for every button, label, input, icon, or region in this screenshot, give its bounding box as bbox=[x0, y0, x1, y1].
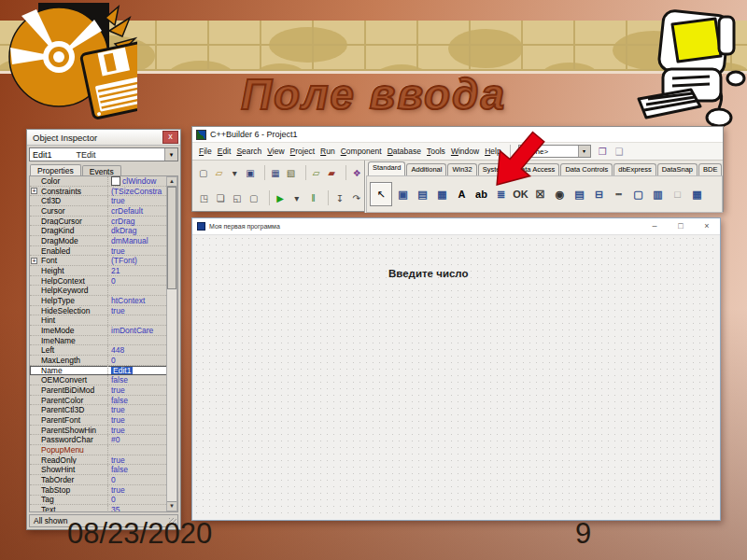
menu-view[interactable]: View bbox=[264, 147, 287, 156]
save-icon[interactable]: ▣ bbox=[243, 165, 258, 180]
maximize-button[interactable]: □ bbox=[668, 218, 694, 234]
property-row[interactable]: HideSelection true bbox=[30, 306, 177, 316]
menu-tools[interactable]: Tools bbox=[424, 147, 448, 156]
palette-tab-additional[interactable]: Additional bbox=[406, 163, 446, 175]
property-value[interactable]: imDontCare bbox=[111, 326, 153, 335]
help-contents-icon[interactable]: ❖ bbox=[349, 165, 364, 180]
expand-icon[interactable] bbox=[31, 188, 37, 194]
label-icon[interactable]: A bbox=[453, 186, 471, 203]
popup-menu-icon[interactable]: ▦ bbox=[433, 186, 451, 203]
close-button[interactable]: × bbox=[694, 218, 720, 234]
open-file-icon[interactable]: ▱ bbox=[212, 165, 227, 180]
open-package-icon[interactable]: ❏ bbox=[213, 190, 229, 205]
run-dropdown-icon[interactable]: ▾ bbox=[289, 190, 304, 205]
chevron-down-icon[interactable]: ▾ bbox=[164, 148, 177, 161]
property-value[interactable]: crDrag bbox=[111, 217, 135, 226]
property-row[interactable]: Cursor crDefault bbox=[30, 206, 177, 217]
property-value[interactable]: dkDrag bbox=[111, 226, 136, 235]
property-row[interactable]: Enabled true bbox=[30, 246, 177, 257]
property-row[interactable]: ParentCtl3D true bbox=[30, 405, 177, 415]
property-value[interactable]: true bbox=[111, 405, 125, 414]
property-row[interactable]: ReadOnly true bbox=[30, 455, 177, 466]
property-row[interactable]: Color clWindow bbox=[30, 176, 177, 187]
property-value[interactable]: true bbox=[111, 385, 125, 395]
property-row[interactable]: ParentShowHin true bbox=[30, 426, 177, 436]
property-value[interactable]: 448 bbox=[111, 345, 124, 355]
palette-tab-win32[interactable]: Win32 bbox=[447, 163, 476, 175]
property-value[interactable]: true bbox=[111, 485, 125, 495]
property-value[interactable]: crDefault bbox=[111, 206, 143, 216]
minimize-button[interactable]: – bbox=[641, 218, 668, 234]
chevron-down-icon[interactable]: ▾ bbox=[578, 146, 590, 157]
scrollbar-icon[interactable]: ┅ bbox=[610, 186, 627, 203]
property-row[interactable]: DragCursor crDrag bbox=[30, 217, 177, 227]
main-menu-icon[interactable]: ▤ bbox=[414, 186, 431, 203]
menu-file[interactable]: File bbox=[196, 147, 215, 156]
run-icon[interactable]: ▶ bbox=[273, 190, 289, 205]
property-row[interactable]: HelpContext 0 bbox=[30, 276, 177, 287]
form-design-surface[interactable]: Введите число bbox=[193, 235, 719, 519]
property-row[interactable]: DragMode dmManual bbox=[30, 236, 177, 246]
expand-icon[interactable] bbox=[31, 258, 37, 264]
open-project-icon[interactable]: ▱ bbox=[309, 165, 324, 180]
close-file-icon[interactable]: ▧ bbox=[284, 165, 299, 180]
property-value[interactable]: false bbox=[111, 396, 128, 405]
save-desktop-icon[interactable]: ❐ bbox=[595, 145, 611, 159]
property-value[interactable]: 0 bbox=[111, 495, 116, 504]
property-row[interactable]: ParentFont true bbox=[30, 415, 177, 426]
menu-run[interactable]: Run bbox=[317, 147, 338, 156]
menu-edit[interactable]: Edit bbox=[215, 147, 234, 156]
close-icon[interactable]: x bbox=[162, 131, 178, 144]
property-value[interactable]: (TFont) bbox=[111, 256, 137, 265]
property-value[interactable]: false bbox=[111, 465, 128, 474]
pause-icon[interactable]: ‖ bbox=[305, 190, 321, 205]
palette-tab-standard[interactable]: Standard bbox=[368, 161, 405, 175]
object-selector-combobox[interactable]: Edit1 TEdit ▾ bbox=[29, 147, 178, 161]
new-file-icon[interactable]: ▢ bbox=[196, 165, 211, 180]
property-row[interactable]: TabOrder 0 bbox=[30, 475, 177, 485]
property-row[interactable]: Font (TFont) bbox=[30, 256, 177, 266]
palette-tab-bde[interactable]: BDE bbox=[698, 163, 722, 175]
menu-database[interactable]: Database bbox=[385, 147, 424, 156]
edit-icon[interactable]: ab bbox=[472, 186, 490, 203]
action-list-icon[interactable]: ▦ bbox=[688, 186, 706, 203]
install-package-icon[interactable]: ◱ bbox=[230, 190, 246, 205]
property-value[interactable]: true bbox=[111, 246, 125, 256]
palette-tab-datasnap[interactable]: DataSnap bbox=[657, 163, 698, 175]
property-row[interactable]: Left 448 bbox=[30, 345, 177, 356]
new-package-icon[interactable]: ◳ bbox=[196, 190, 212, 205]
property-row[interactable]: ImeName bbox=[30, 336, 177, 346]
menu-component[interactable]: Component bbox=[338, 147, 385, 156]
property-value[interactable]: true bbox=[111, 415, 125, 425]
package-options-icon[interactable]: ▢ bbox=[246, 190, 261, 205]
property-value[interactable]: 0 bbox=[111, 475, 116, 484]
property-value[interactable]: 21 bbox=[111, 266, 120, 275]
form-titlebar[interactable]: Моя первая программа – □ × bbox=[192, 218, 720, 235]
property-value[interactable]: true bbox=[111, 455, 125, 465]
property-value[interactable]: htContext bbox=[111, 296, 145, 305]
menu-window[interactable]: Window bbox=[448, 147, 482, 156]
panel-icon[interactable]: □ bbox=[669, 186, 686, 203]
property-row[interactable]: Ctl3D true bbox=[30, 196, 177, 206]
property-row[interactable]: ParentBiDiMod true bbox=[30, 385, 177, 396]
scroll-up-icon[interactable]: ▲ bbox=[167, 177, 176, 187]
property-grid-scrollbar[interactable]: ▲ ▼ bbox=[166, 176, 177, 511]
menu-project[interactable]: Project bbox=[288, 147, 317, 156]
add-to-project-icon[interactable]: ▰ bbox=[324, 165, 339, 180]
radio-group-icon[interactable]: ▥ bbox=[649, 186, 667, 203]
property-value[interactable]: false bbox=[111, 375, 128, 385]
property-row[interactable]: MaxLength 0 bbox=[30, 356, 177, 366]
property-value[interactable]: #0 bbox=[111, 435, 120, 444]
property-value[interactable]: true bbox=[111, 426, 125, 435]
object-inspector-titlebar[interactable]: Object Inspector x bbox=[27, 130, 180, 146]
frames-icon[interactable]: ▣ bbox=[394, 186, 412, 203]
trace-into-icon[interactable]: ↧ bbox=[331, 190, 347, 205]
property-row[interactable]: Hint bbox=[30, 315, 177, 326]
property-value[interactable]: 0 bbox=[111, 356, 116, 365]
property-row[interactable]: TabStop true bbox=[30, 485, 177, 496]
ide-titlebar[interactable]: C++Builder 6 - Project1 bbox=[192, 127, 723, 142]
property-row[interactable]: HelpType htContext bbox=[30, 296, 177, 306]
property-row[interactable]: HelpKeyword bbox=[30, 286, 177, 296]
property-row[interactable]: Height 21 bbox=[30, 266, 177, 276]
scroll-down-icon[interactable]: ▼ bbox=[167, 501, 176, 511]
